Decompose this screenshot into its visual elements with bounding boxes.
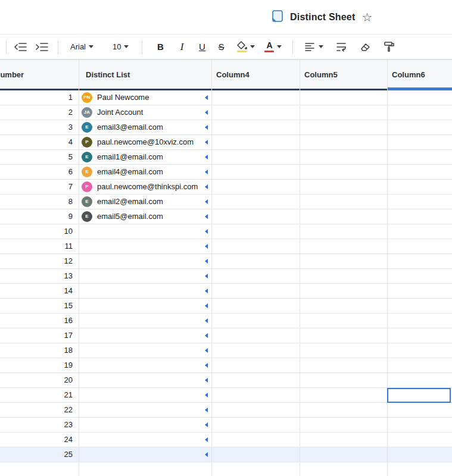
row-number-cell[interactable]: 19 — [0, 358, 79, 372]
row-number-cell[interactable]: 15 — [0, 299, 79, 313]
distinct-list-cell[interactable]: Ppaul.newcome@thinkspi.com — [79, 180, 211, 194]
cell-indicator-triangle-icon[interactable] — [205, 318, 208, 323]
distinct-list-cell[interactable] — [79, 299, 211, 313]
row-number-cell[interactable]: 24 — [0, 433, 79, 447]
row-number-cell[interactable]: 4 — [0, 135, 79, 149]
italic-button[interactable]: I — [177, 41, 186, 53]
row-number-cell[interactable]: 6 — [0, 165, 79, 179]
active-cell-outline[interactable] — [387, 388, 451, 403]
distinct-list-cell[interactable] — [79, 239, 211, 253]
distinct-list-cell[interactable] — [79, 254, 211, 268]
row-number-cell[interactable]: 21 — [0, 388, 79, 402]
cell-indicator-triangle-icon[interactable] — [205, 303, 208, 308]
bold-button[interactable]: B — [155, 42, 165, 52]
distinct-list-cell[interactable]: Eemail4@email.com — [79, 165, 211, 179]
distinct-list-cell[interactable] — [79, 224, 211, 239]
distinct-list-cell[interactable] — [79, 328, 211, 343]
cell-indicator-triangle-icon[interactable] — [205, 229, 208, 234]
row-number-cell[interactable]: 9 — [0, 209, 79, 224]
outdent-button[interactable] — [14, 42, 27, 52]
cell-indicator-triangle-icon[interactable] — [205, 437, 208, 442]
row-number-cell[interactable]: 10 — [0, 224, 79, 239]
cell-indicator-triangle-icon[interactable] — [205, 408, 208, 412]
column-divider[interactable] — [300, 60, 300, 476]
distinct-list-cell[interactable] — [79, 269, 211, 283]
distinct-list-cell[interactable] — [79, 314, 211, 328]
wrap-text-button[interactable] — [335, 42, 347, 52]
distinct-list-cell[interactable]: Eemail1@email.com — [79, 150, 211, 164]
cell-indicator-triangle-icon[interactable] — [205, 348, 208, 353]
cell-indicator-triangle-icon[interactable] — [205, 95, 208, 100]
column-header-distinct-list[interactable]: Distinct List — [79, 60, 211, 89]
cell-indicator-triangle-icon[interactable] — [205, 140, 208, 145]
row-number-cell[interactable]: 13 — [0, 269, 79, 283]
column-divider[interactable] — [387, 60, 388, 476]
row-number-cell[interactable]: 2 — [0, 105, 79, 120]
cell-indicator-triangle-icon[interactable] — [205, 155, 208, 159]
distinct-list-cell[interactable] — [79, 343, 211, 358]
distinct-list-cell[interactable]: Eemail3@email.com — [79, 120, 211, 134]
strikethrough-button[interactable]: S — [216, 42, 226, 52]
favorite-star-icon[interactable]: ☆ — [362, 11, 373, 23]
cell-indicator-triangle-icon[interactable] — [205, 333, 208, 338]
font-size-dropdown[interactable]: 10 — [113, 42, 129, 51]
cell-indicator-triangle-icon[interactable] — [205, 259, 208, 264]
distinct-list-cell[interactable]: Eemail2@email.com — [79, 195, 211, 209]
row-number-cell[interactable]: 3 — [0, 120, 79, 134]
cell-indicator-triangle-icon[interactable] — [205, 274, 208, 278]
row-number-cell[interactable]: 16 — [0, 314, 79, 328]
text-color-button[interactable]: A — [264, 42, 282, 52]
cell-indicator-triangle-icon[interactable] — [205, 110, 208, 115]
underline-button[interactable]: U — [197, 42, 207, 52]
column-header-column6[interactable]: Column6 — [387, 60, 452, 89]
row-number-cell[interactable]: 22 — [0, 403, 79, 417]
row-number-cell[interactable]: 7 — [0, 180, 79, 194]
page-title[interactable]: Distinct Sheet — [290, 12, 356, 23]
cell-indicator-triangle-icon[interactable] — [205, 422, 208, 427]
cell-indicator-triangle-icon[interactable] — [205, 378, 208, 383]
column-divider[interactable] — [79, 60, 79, 476]
distinct-list-cell[interactable] — [79, 433, 211, 447]
cell-indicator-triangle-icon[interactable] — [205, 452, 208, 457]
row-number-cell[interactable]: 1 — [0, 90, 79, 105]
distinct-list-cell[interactable]: JAJoint Account — [79, 105, 211, 120]
row-number-cell[interactable]: 8 — [0, 195, 79, 209]
distinct-list-cell[interactable]: Eemail5@email.com — [79, 209, 211, 224]
column-header-number[interactable]: Number — [0, 60, 79, 89]
cell-indicator-triangle-icon[interactable] — [205, 184, 208, 189]
distinct-list-cell[interactable]: PNPaul Newcome — [79, 90, 211, 105]
distinct-list-cell[interactable] — [79, 403, 211, 417]
distinct-list-cell[interactable]: Ppaul.newcome@10xviz.com — [79, 135, 211, 149]
row-number-cell[interactable]: 5 — [0, 150, 79, 164]
distinct-list-cell[interactable] — [79, 418, 211, 432]
fill-color-button[interactable] — [236, 41, 255, 52]
row-number-cell[interactable]: 11 — [0, 239, 79, 253]
distinct-list-cell[interactable] — [79, 373, 211, 387]
column-divider[interactable] — [211, 60, 212, 476]
column-header-column4[interactable]: Column4 — [211, 60, 300, 89]
indent-button[interactable] — [36, 42, 49, 52]
row-number-cell[interactable]: 14 — [0, 284, 79, 298]
distinct-list-cell[interactable] — [79, 284, 211, 298]
align-dropdown[interactable] — [304, 42, 323, 52]
distinct-list-cell[interactable] — [79, 388, 211, 402]
cell-indicator-triangle-icon[interactable] — [205, 363, 208, 368]
cell-indicator-triangle-icon[interactable] — [205, 170, 208, 174]
cell-indicator-triangle-icon[interactable] — [205, 393, 208, 397]
distinct-list-cell[interactable] — [79, 447, 211, 462]
distinct-list-cell[interactable] — [79, 358, 211, 372]
row-number-cell[interactable]: 17 — [0, 328, 79, 343]
cell-indicator-triangle-icon[interactable] — [205, 199, 208, 204]
font-family-dropdown[interactable]: Arial — [70, 42, 93, 51]
format-painter-button[interactable] — [383, 41, 395, 52]
row-number-cell[interactable]: 18 — [0, 343, 79, 358]
row-number-cell[interactable]: 20 — [0, 373, 79, 387]
clear-formatting-button[interactable] — [359, 42, 371, 52]
row-number-cell[interactable]: 23 — [0, 418, 79, 432]
column-header-column5[interactable]: Column5 — [300, 60, 387, 89]
cell-indicator-triangle-icon[interactable] — [205, 244, 208, 249]
cell-indicator-triangle-icon[interactable] — [205, 289, 208, 293]
row-number-cell[interactable]: 12 — [0, 254, 79, 268]
cell-indicator-triangle-icon[interactable] — [205, 125, 208, 130]
cell-indicator-triangle-icon[interactable] — [205, 214, 208, 219]
